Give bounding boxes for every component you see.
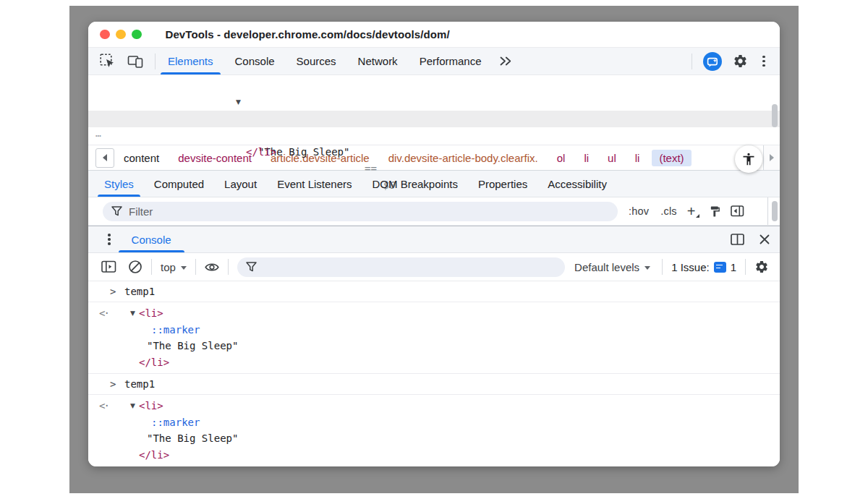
traffic-lights bbox=[100, 30, 142, 40]
breadcrumb-item[interactable]: li bbox=[574, 152, 598, 164]
toolbar-divider bbox=[662, 259, 663, 275]
selected-text-node-row[interactable]: ⋯ "The Big Sleep" == $0 bbox=[88, 111, 780, 127]
console-input-message: > temp1 bbox=[88, 281, 780, 302]
breadcrumb: content devsite-content article.devsite-… bbox=[88, 145, 780, 170]
toolbar-divider bbox=[151, 259, 152, 275]
input-chevron: > bbox=[110, 374, 116, 395]
tab-styles[interactable]: Styles bbox=[94, 171, 144, 197]
tab-elements[interactable]: Elements bbox=[157, 48, 224, 74]
styles-pane-tabs: Styles Computed Layout Event Listeners D… bbox=[88, 170, 780, 197]
gray-backdrop: DevTools - developer.chrome.com/docs/dev… bbox=[69, 6, 799, 493]
device-toolbar-icon[interactable] bbox=[127, 54, 143, 69]
console-filter-input[interactable] bbox=[237, 257, 565, 277]
split-panel-icon[interactable] bbox=[731, 234, 744, 245]
toolbar-divider bbox=[692, 54, 692, 69]
toggle-element-state-button[interactable]: :hov bbox=[629, 205, 649, 217]
input-chevron: > bbox=[110, 281, 116, 302]
drawer-tab-console[interactable]: Console bbox=[132, 226, 171, 252]
expand-arrow-icon[interactable]: ▼ bbox=[130, 398, 135, 414]
panel-tabs: Elements Console Sources Network Perform… bbox=[157, 48, 493, 74]
close-drawer-icon[interactable] bbox=[760, 234, 770, 244]
console-input-message: > temp1 bbox=[88, 374, 780, 395]
tab-accessibility[interactable]: Accessibility bbox=[537, 171, 617, 197]
tab-event-listeners[interactable]: Event Listeners bbox=[267, 171, 362, 197]
page-background: DevTools - developer.chrome.com/docs/dev… bbox=[0, 0, 868, 499]
chevron-down-icon bbox=[644, 266, 650, 270]
default-levels-dropdown[interactable]: Default levels bbox=[574, 261, 650, 273]
console-result-message: <· ▼ <li> ::marker "The Big Sleep" </li> bbox=[88, 395, 780, 466]
window-title: DevTools - developer.chrome.com/docs/dev… bbox=[166, 28, 450, 40]
toolbar-divider bbox=[228, 259, 229, 275]
more-tabs-icon[interactable] bbox=[493, 48, 519, 74]
return-value-arrow: <· bbox=[99, 398, 109, 414]
close-window-button[interactable] bbox=[100, 30, 110, 40]
tab-computed[interactable]: Computed bbox=[144, 171, 214, 197]
breadcrumb-item[interactable]: ul bbox=[598, 152, 626, 164]
tab-dom-breakpoints[interactable]: DOM Breakpoints bbox=[362, 171, 468, 197]
console-settings-gear-icon[interactable] bbox=[754, 260, 769, 274]
styles-scrollbar-thumb[interactable] bbox=[772, 201, 778, 221]
drawer-menu-kebab-icon[interactable] bbox=[104, 231, 114, 248]
zoom-window-button[interactable] bbox=[132, 30, 142, 40]
breadcrumb-item-selected[interactable]: (text) bbox=[652, 150, 691, 166]
elements-tree-panel: ▼ <li> ::marker ⋯ "The Big Sleep" == $0 … bbox=[88, 75, 780, 145]
issues-counter[interactable]: 1 Issue: 1 bbox=[671, 261, 736, 273]
console-drawer-header: Console bbox=[88, 226, 780, 253]
styles-filter-input[interactable]: Filter bbox=[103, 202, 618, 221]
tab-layout[interactable]: Layout bbox=[214, 171, 267, 197]
breadcrumb-item[interactable]: li bbox=[626, 152, 650, 164]
javascript-context-dropdown[interactable]: top bbox=[161, 261, 187, 273]
settings-gear-icon[interactable] bbox=[733, 54, 748, 69]
funnel-filter-icon bbox=[246, 262, 257, 272]
tab-network[interactable]: Network bbox=[347, 48, 409, 74]
live-expression-eye-icon[interactable] bbox=[205, 262, 219, 273]
accessibility-person-icon[interactable] bbox=[735, 145, 762, 173]
elements-scrollbar-thumb[interactable] bbox=[772, 104, 778, 127]
scrollbar-gutter-divider bbox=[767, 197, 768, 225]
tab-console[interactable]: Console bbox=[224, 48, 286, 74]
paint-brush-icon[interactable] bbox=[709, 205, 721, 218]
tab-sources[interactable]: Sources bbox=[286, 48, 347, 74]
title-bar: DevTools - developer.chrome.com/docs/dev… bbox=[88, 22, 780, 48]
breadcrumb-forward-button[interactable] bbox=[763, 145, 780, 170]
console-output: > temp1 <· ▼ <li> ::marker "The Big Slee… bbox=[88, 281, 780, 466]
toolbar-divider bbox=[745, 259, 746, 275]
return-value-arrow: <· bbox=[99, 305, 109, 322]
main-toolbar: Elements Console Sources Network Perform… bbox=[88, 48, 780, 75]
element-classes-button[interactable]: .cls bbox=[660, 205, 677, 217]
computed-sidebar-toggle-icon[interactable] bbox=[731, 205, 744, 217]
breadcrumb-item[interactable]: ol bbox=[548, 152, 575, 164]
tab-performance[interactable]: Performance bbox=[409, 48, 493, 74]
toolbar-divider bbox=[155, 54, 156, 69]
chevron-down-icon bbox=[181, 266, 187, 270]
chevron-right-icon bbox=[770, 154, 774, 161]
funnel-filter-icon bbox=[111, 206, 122, 216]
tab-properties[interactable]: Properties bbox=[468, 171, 537, 197]
li-close-tag[interactable]: </li> bbox=[246, 144, 276, 161]
console-toolbar: top Default levels bbox=[88, 253, 780, 281]
ai-assistant-icon[interactable] bbox=[703, 52, 722, 71]
inspect-element-icon[interactable] bbox=[100, 54, 116, 69]
devtools-window: DevTools - developer.chrome.com/docs/dev… bbox=[88, 22, 780, 466]
styles-filter-bar: Filter :hov .cls + bbox=[88, 197, 780, 226]
new-style-rule-button[interactable]: + bbox=[687, 204, 700, 218]
toolbar-divider bbox=[195, 259, 196, 275]
main-menu-kebab-icon[interactable] bbox=[759, 53, 769, 70]
console-sidebar-toggle-icon[interactable] bbox=[101, 260, 116, 273]
console-result-message: <· ▼ <li> ::marker "The Big Sleep" </li> bbox=[88, 302, 780, 374]
breadcrumb-item[interactable]: div.devsite-article-body.clearfix. bbox=[379, 152, 548, 164]
filter-placeholder: Filter bbox=[129, 205, 153, 218]
issue-message-icon bbox=[714, 262, 726, 273]
clear-console-icon[interactable] bbox=[128, 260, 142, 274]
minimize-window-button[interactable] bbox=[116, 30, 126, 40]
expand-arrow-icon[interactable]: ▼ bbox=[130, 305, 135, 322]
